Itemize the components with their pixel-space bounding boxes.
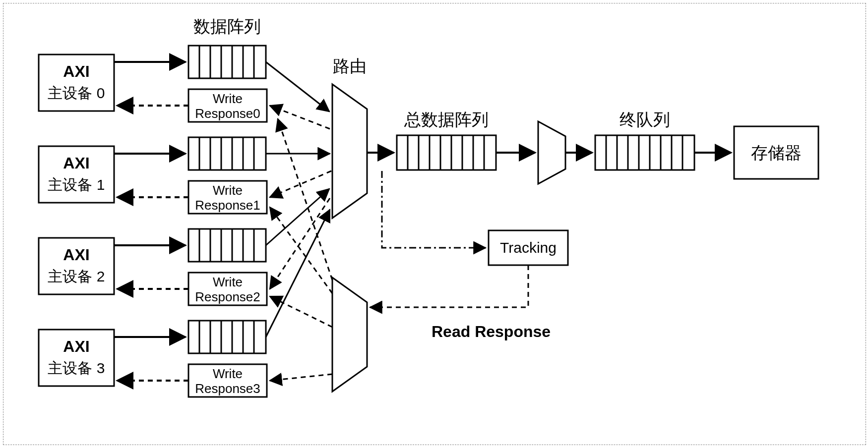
arrow-queue2-to-router: [266, 189, 329, 245]
data-queue-3: [188, 321, 266, 353]
axi-master-1-line1: AXI: [63, 154, 89, 172]
axi-master-0-line2: 主设备 0: [48, 85, 105, 101]
svg-rect-47: [595, 135, 694, 170]
read-response-demux: [332, 278, 367, 391]
data-queue-1: [188, 137, 266, 170]
total-data-queue: [397, 135, 496, 170]
tracking-block: Tracking: [489, 230, 568, 265]
write-response-2-line2: Response2: [195, 289, 260, 304]
final-queue: [595, 135, 694, 170]
axi-master-2-line2: 主设备 2: [48, 268, 105, 284]
axi-master-2: AXI 主设备 2: [39, 238, 114, 294]
write-response-1-line1: Write: [213, 183, 243, 198]
axi-master-1-line2: 主设备 1: [48, 176, 105, 193]
arrow-tracking-to-readresp: [370, 265, 528, 307]
write-response-0: Write Response0: [188, 89, 267, 122]
data-array-label: 数据阵列: [193, 17, 261, 36]
write-response-3: Write Response3: [188, 364, 267, 397]
axi-master-3-line1: AXI: [63, 337, 89, 355]
tracking-label: Tracking: [500, 239, 557, 256]
write-response-3-line2: Response3: [195, 381, 260, 396]
write-response-3-line1: Write: [213, 366, 243, 381]
write-response-2: Write Response2: [188, 273, 267, 305]
axi-master-2-line1: AXI: [63, 246, 89, 264]
axi-master-0: AXI 主设备 0: [39, 55, 114, 111]
arrow-router-to-wresp2: [270, 198, 330, 289]
write-response-1: Write Response1: [188, 181, 267, 214]
arrow-queue0-to-router: [266, 62, 329, 112]
axi-master-0-line1: AXI: [63, 62, 89, 80]
memory-label: 存储器: [751, 143, 802, 162]
arrow-readresp-to-wresp3: [270, 374, 332, 381]
final-queue-label: 终队列: [620, 110, 670, 129]
axi-master-3-line2: 主设备 3: [48, 360, 105, 376]
read-response-label: Read Response: [432, 323, 551, 340]
svg-rect-37: [397, 135, 496, 170]
memory-block: 存储器: [734, 126, 818, 179]
arrow-queue3-to-router: [266, 210, 330, 337]
write-response-0-line2: Response0: [195, 106, 260, 121]
arrow-to-tracking: [382, 171, 486, 248]
svg-marker-58: [332, 278, 367, 391]
axi-master-1: AXI 主设备 1: [39, 146, 114, 203]
total-data-array-label: 总数据阵列: [404, 110, 489, 129]
arbiter-mux: [538, 121, 565, 184]
data-queue-2: [188, 229, 266, 262]
data-queue-0: [188, 46, 266, 78]
svg-marker-36: [332, 84, 367, 218]
write-response-1-line2: Response1: [195, 198, 260, 213]
write-response-0-line1: Write: [213, 91, 243, 106]
router-mux: [332, 84, 367, 218]
svg-marker-46: [538, 121, 565, 184]
write-response-2-line1: Write: [213, 275, 243, 289]
router-label: 路由: [333, 56, 367, 75]
arrow-router-to-wresp0: [270, 106, 330, 129]
axi-master-3: AXI 主设备 3: [39, 330, 114, 386]
